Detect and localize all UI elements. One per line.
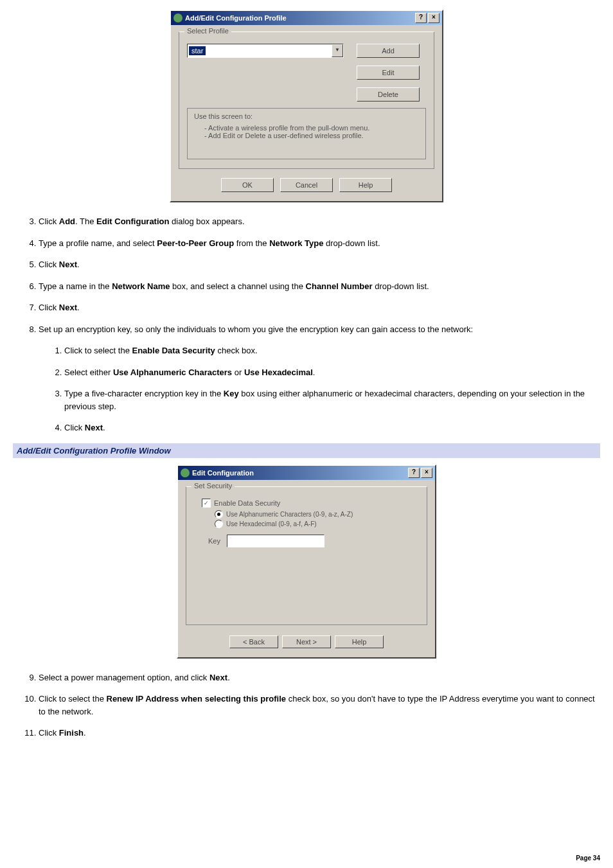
select-profile-fieldset: Select Profile star ▼ Add Edit Delete Us…: [179, 31, 434, 169]
profile-select[interactable]: star ▼: [187, 44, 344, 58]
delete-button[interactable]: Delete: [357, 87, 420, 102]
step-8-2: Select either Use Alphanumeric Character…: [64, 366, 600, 379]
info-line1: - Activate a wireless profile from the p…: [194, 124, 419, 132]
help-button[interactable]: Help: [339, 178, 392, 192]
enable-security-label: Enable Data Security: [214, 499, 280, 507]
step-8-3: Type a five-character encryption key in …: [64, 387, 600, 412]
set-security-fieldset: Set Security ✓ Enable Data Security Use …: [186, 486, 427, 625]
back-button[interactable]: < Back: [229, 635, 278, 648]
step-9: Select a power management option, and cl…: [39, 671, 600, 684]
sub-list: Click to select the Enable Data Security…: [39, 344, 600, 434]
titlebar: Edit Configuration ? ×: [178, 466, 435, 480]
close-icon[interactable]: ×: [428, 13, 440, 23]
step-6: Type a name in the Network Name box, and…: [39, 280, 600, 293]
next-button[interactable]: Next >: [282, 635, 331, 648]
add-button[interactable]: Add: [357, 44, 420, 58]
use-alphanumeric-radio[interactable]: [215, 510, 223, 518]
profile-selected-value: star: [189, 46, 206, 55]
select-profile-legend: Select Profile: [184, 27, 231, 35]
use-hexadecimal-label: Use Hexadecimal (0-9, a-f, A-F): [226, 520, 317, 527]
app-icon: [181, 468, 190, 477]
step-8-1: Click to select the Enable Data Security…: [64, 344, 600, 357]
instruction-list-continued: Select a power management option, and cl…: [13, 671, 600, 740]
dialog-title: Edit Configuration: [192, 469, 254, 477]
key-input[interactable]: [227, 535, 324, 547]
set-security-legend: Set Security: [191, 482, 235, 490]
instruction-list: Click Add. The Edit Configuration dialog…: [13, 215, 600, 434]
step-4: Type a profile name, and select Peer-to-…: [39, 237, 600, 250]
step-8: Set up an encryption key, so only the in…: [39, 323, 600, 434]
info-box: Use this screen to: - Activate a wireles…: [187, 108, 426, 159]
app-icon: [173, 13, 182, 22]
ok-button[interactable]: OK: [221, 178, 274, 192]
step-8-4: Click Next.: [64, 421, 600, 434]
use-hexadecimal-radio[interactable]: [215, 520, 223, 528]
step-10: Click to select the Renew IP Address whe…: [39, 693, 600, 718]
edit-button[interactable]: Edit: [357, 66, 420, 80]
info-heading: Use this screen to:: [194, 112, 419, 120]
key-label: Key: [208, 537, 220, 545]
dialog-title: Add/Edit Configuration Profile: [185, 14, 287, 22]
help-icon[interactable]: ?: [415, 13, 427, 23]
section-header: Add/Edit Configuration Profile Window: [13, 443, 600, 458]
titlebar: Add/Edit Configuration Profile ? ×: [171, 11, 442, 25]
chevron-down-icon[interactable]: ▼: [332, 44, 343, 57]
close-icon[interactable]: ×: [421, 468, 432, 478]
help-icon[interactable]: ?: [408, 468, 420, 478]
use-alphanumeric-label: Use Alphanumeric Characters (0-9, a-z, A…: [226, 511, 353, 518]
add-edit-profile-dialog: Add/Edit Configuration Profile ? × Selec…: [170, 10, 443, 202]
step-11: Click Finish.: [39, 727, 600, 740]
edit-configuration-dialog: Edit Configuration ? × Set Security ✓ En…: [177, 465, 436, 659]
step-5: Click Next.: [39, 258, 600, 271]
step-7: Click Next.: [39, 301, 600, 314]
info-line2: - Add Edit or Delete a user-defined wire…: [194, 132, 419, 139]
enable-security-checkbox[interactable]: ✓: [202, 499, 211, 508]
cancel-button[interactable]: Cancel: [280, 178, 333, 192]
help-button[interactable]: Help: [335, 635, 384, 648]
step-3: Click Add. The Edit Configuration dialog…: [39, 215, 600, 228]
